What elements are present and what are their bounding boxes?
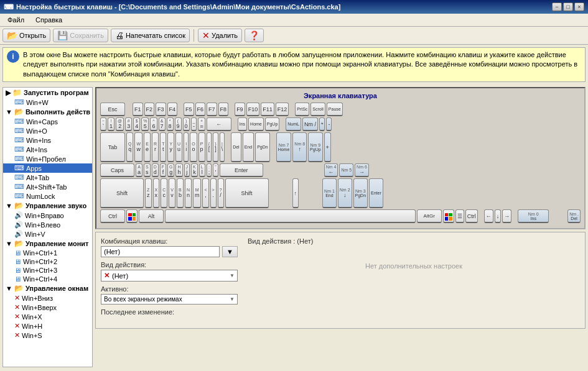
key-lbracket[interactable]: {[ <box>207 132 212 162</box>
key-num7[interactable]: Nm 7Home <box>276 132 292 162</box>
key-1[interactable]: !1 <box>108 117 114 131</box>
key-slash[interactable]: ?/ <box>218 178 224 208</box>
sidebar-item-wctrl2[interactable]: 🖥 Win+Ctrl+2 <box>3 257 92 266</box>
sidebar-item-wins[interactable]: ✕ Win+S <box>3 331 92 340</box>
key-l[interactable]: Ll <box>199 163 205 177</box>
sidebar-item-numlock[interactable]: ⌨ NumLock <box>3 191 92 201</box>
key-c[interactable]: Cc <box>161 178 167 208</box>
key-caps[interactable]: Caps <box>100 163 134 177</box>
key-semicolon[interactable]: :; <box>207 163 212 177</box>
sidebar-item-winright[interactable]: 🔊 Win+Вправо <box>3 211 92 220</box>
key-d[interactable]: Dd <box>152 163 159 177</box>
key-4[interactable]: $4 <box>133 117 140 131</box>
key-s[interactable]: Ss <box>144 163 151 177</box>
key-home[interactable]: Home <box>248 117 264 131</box>
sidebar-item-altshifttab[interactable]: ⌨ Alt+Shift+Tab <box>3 182 92 191</box>
key-minus[interactable]: _- <box>191 117 197 131</box>
key-f4[interactable]: F4 <box>167 103 178 116</box>
key-k[interactable]: Kk <box>191 163 198 177</box>
close-button[interactable]: × <box>574 2 584 11</box>
key-num5[interactable]: Nm 5 <box>339 163 353 177</box>
minimize-button[interactable]: − <box>552 2 562 11</box>
key-x[interactable]: Xx <box>153 178 160 208</box>
sidebar-item-winh[interactable]: ✕ Win+H <box>3 321 92 331</box>
key-g[interactable]: Gg <box>167 163 174 177</box>
sidebar-item-winup[interactable]: ✕ Win+Вверх <box>3 303 92 312</box>
key-3[interactable]: #3 <box>125 117 132 131</box>
key-p[interactable]: Pp <box>198 132 205 162</box>
key-f1[interactable]: F1 <box>133 103 143 116</box>
sidebar-group-3[interactable]: ▼ 📂 Управление звуко <box>3 201 92 211</box>
key-2[interactable]: @2 <box>116 117 124 131</box>
menu-help[interactable]: Справка <box>30 15 67 25</box>
key-right[interactable]: → <box>502 209 511 223</box>
key-i[interactable]: Ii <box>184 132 189 162</box>
sidebar-item-apps[interactable]: ⌨ Apps <box>3 163 92 173</box>
key-menu[interactable]: ☰ <box>455 209 464 223</box>
sidebar-item-windown[interactable]: ✕ Win+Вниз <box>3 293 92 303</box>
key-pgup[interactable]: PgUp <box>265 117 280 131</box>
key-0[interactable]: )0 <box>183 117 190 131</box>
sidebar-group-2[interactable]: ▼ 📂 Выполнить действ <box>3 107 92 117</box>
key-quote[interactable]: "' <box>213 163 218 177</box>
key-numdiv[interactable]: Nm / <box>302 117 318 131</box>
key-r[interactable]: Rr <box>152 132 159 162</box>
key-num6[interactable]: Nm 6→ <box>355 163 369 177</box>
sidebar-item-altins[interactable]: ⌨ Alt+Ins <box>3 145 92 154</box>
key-m[interactable]: Mm <box>193 178 202 208</box>
key-rwin[interactable] <box>443 209 454 223</box>
key-period[interactable]: >. <box>210 178 217 208</box>
key-a[interactable]: Aa <box>136 163 142 177</box>
key-up[interactable]: ↑ <box>292 178 299 208</box>
sidebar-group-1[interactable]: ▶ 📁 Запустить програм <box>3 88 92 98</box>
sidebar-item-alttab[interactable]: ⌨ Alt+Tab <box>3 173 92 182</box>
key-lwin[interactable] <box>126 209 138 223</box>
key-pgdn[interactable]: PgDn <box>255 132 270 162</box>
key-h[interactable]: Hh <box>175 163 182 177</box>
sidebar-item-winv[interactable]: 🔊 Win+V <box>3 229 92 239</box>
key-numplus[interactable]: + <box>324 132 331 162</box>
key-combo-input[interactable] <box>101 246 220 257</box>
key-f2[interactable]: F2 <box>144 103 155 116</box>
sidebar-item-wino[interactable]: ⌨ Win+O <box>3 126 92 135</box>
key-comma[interactable]: <, <box>202 178 208 208</box>
key-numdot[interactable]: Nm .Del <box>567 209 581 223</box>
key-7[interactable]: &7 <box>159 117 166 131</box>
sidebar-item-winins[interactable]: ⌨ Win+Ins <box>3 135 92 145</box>
key-y[interactable]: Yy <box>167 132 174 162</box>
key-rctrl[interactable]: Ctrl <box>465 209 478 223</box>
menu-file[interactable]: Файл <box>2 15 29 25</box>
key-num3[interactable]: Nm 3PgDn <box>353 178 368 208</box>
key-backslash[interactable]: |\ <box>220 132 225 162</box>
key-backspace[interactable]: ← <box>207 117 231 131</box>
delete-button[interactable]: ✕ Удалить <box>198 29 242 42</box>
key-combo-dropdown[interactable]: ▼ <box>222 246 238 257</box>
key-q[interactable]: Qq <box>126 132 133 162</box>
key-enter[interactable]: Enter <box>220 163 263 177</box>
key-u[interactable]: Uu <box>175 132 182 162</box>
key-f[interactable]: Ff <box>160 163 166 177</box>
sidebar-scroll[interactable]: ▶ 📁 Запустить програм ⌨ Win+W ▼ 📂 Выполн… <box>3 88 92 367</box>
key-lalt[interactable]: Alt <box>139 209 164 223</box>
key-altgr[interactable]: AltGr <box>417 209 442 223</box>
save-button[interactable]: 💾 Сохранить <box>53 29 108 42</box>
key-5[interactable]: %5 <box>141 117 149 131</box>
key-numminus[interactable]: - <box>326 117 332 131</box>
key-esc[interactable]: Esc <box>100 103 125 116</box>
sidebar-item-winleft[interactable]: 🔊 Win+Влево <box>3 220 92 229</box>
key-w[interactable]: Ww <box>134 132 142 162</box>
key-ins[interactable]: Ins <box>238 117 247 131</box>
help-button[interactable]: ❓ <box>245 29 264 42</box>
key-nummul[interactable]: * <box>319 117 325 131</box>
open-button[interactable]: 📂 Открыть <box>2 29 50 42</box>
key-6[interactable]: ^6 <box>150 117 157 131</box>
key-num1[interactable]: Nm 1End <box>322 178 337 208</box>
sidebar-item-winspace[interactable]: ⌨ Win+Пробел <box>3 154 92 163</box>
sidebar-item-wctrl4[interactable]: 🖥 Win+Ctrl+4 <box>3 275 92 283</box>
sidebar-item-wincaps[interactable]: ⌨ Win+Caps <box>3 117 92 126</box>
key-space[interactable] <box>165 209 416 223</box>
action-type-select[interactable]: ✕ (Нет) ▼ <box>101 270 238 282</box>
key-left[interactable]: ← <box>484 209 493 223</box>
key-f6[interactable]: F6 <box>195 103 206 116</box>
key-9[interactable]: (9 <box>175 117 182 131</box>
